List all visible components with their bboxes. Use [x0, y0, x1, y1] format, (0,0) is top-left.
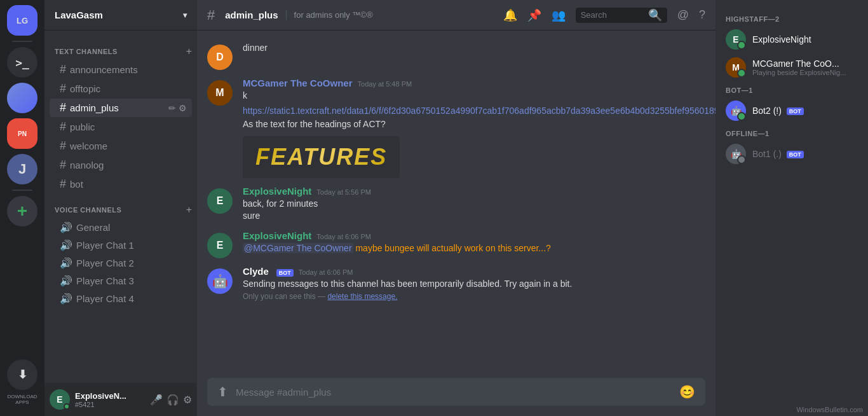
server-icon-lavagasm[interactable]: LG: [7, 5, 37, 36]
message-group-dinner: D dinner: [197, 41, 715, 71]
voice-channel-general[interactable]: 🔊 General: [50, 219, 192, 236]
channel-item-nanolog[interactable]: # nanolog: [50, 156, 192, 174]
message-author: MCGamer The CoOwner: [243, 78, 353, 88]
message-group-explosive-2: E ExplosiveNight Today at 6:06 PM @MCGam…: [197, 229, 715, 260]
server-divider: [12, 41, 32, 42]
member-info: Bot2 (!) BOT: [752, 106, 858, 116]
message-text: dinner: [243, 42, 705, 55]
speaker-icon: 🔊: [60, 293, 72, 305]
server-name-bar[interactable]: LavaGasm ▾: [44, 0, 197, 31]
delete-message-link[interactable]: delete this message.: [327, 292, 397, 301]
chat-header: # admin_plus for admins only ™©® 🔔 📌 👥 🔍…: [197, 0, 715, 31]
avatar-col: 🤖: [207, 268, 233, 301]
edit-icon[interactable]: ✏: [168, 103, 176, 113]
pin-icon[interactable]: 📌: [527, 8, 541, 22]
server-icon-j[interactable]: J: [7, 154, 37, 184]
member-item-explosive[interactable]: E ExplosiveNight: [721, 25, 863, 53]
message-group-mcgamer: M MCGamer The CoOwner Today at 5:48 PM k…: [197, 76, 715, 179]
channel-item-bot[interactable]: # bot: [50, 175, 192, 193]
channel-name-offtopic: offtopic: [70, 83, 100, 94]
message-content: Clyde BOT Today at 6:06 PM Sending messa…: [243, 266, 705, 301]
message-link: https://static1.textcraft.net/data1/6/f/…: [243, 105, 715, 118]
member-avatar-bot1: 🤖: [726, 144, 746, 164]
text-channels-header[interactable]: TEXT CHANNELS +: [44, 36, 197, 60]
features-text: FEATURES: [255, 144, 387, 170]
channel-item-admin-plus[interactable]: # admin_plus ✏ ⚙: [50, 99, 192, 117]
mention: @MCGamer The CoOwner: [243, 243, 353, 253]
server-icon-2[interactable]: PN: [7, 118, 37, 149]
voice-channels-header[interactable]: VOICE CHANNELS +: [44, 194, 197, 218]
member-avatar-explosive: E: [726, 29, 746, 50]
avatar-col: D: [207, 45, 233, 70]
deafen-icon[interactable]: 🎧: [166, 394, 179, 406]
voice-channel-player-chat-3[interactable]: 🔊 Player Chat 3: [50, 272, 192, 289]
messages-area: D dinner M MCGamer The CoOwner Today at …: [197, 31, 715, 373]
channel-name-admin-plus: admin_plus: [70, 102, 119, 113]
speaker-icon: 🔊: [60, 221, 72, 233]
user-settings-icon[interactable]: ⚙: [183, 394, 192, 406]
text-channels-label: TEXT CHANNELS: [55, 48, 118, 55]
voice-channel-name-pc4: Player Chat 4: [76, 293, 134, 304]
help-icon[interactable]: ?: [699, 8, 705, 22]
at-icon[interactable]: @: [677, 8, 689, 22]
voice-channel-name-general: General: [76, 222, 110, 233]
watermark: WindowsBulletin.com: [796, 406, 863, 413]
channel-item-welcome[interactable]: # welcome: [50, 137, 192, 155]
bot-section-header: BOT—1: [721, 81, 863, 97]
bell-icon[interactable]: 🔔: [503, 8, 517, 22]
avatar: D: [207, 45, 233, 70]
image-link[interactable]: https://static1.textcraft.net/data1/6/f/…: [243, 106, 715, 116]
channel-sidebar: LavaGasm ▾ TEXT CHANNELS + # announcemen…: [44, 0, 197, 416]
member-info: Bot1 (.) BOT: [752, 149, 858, 159]
voice-channel-name-pc1: Player Chat 1: [76, 240, 134, 251]
avatar: E: [207, 188, 233, 214]
member-name: Bot2 (!) BOT: [752, 106, 858, 116]
settings-icon[interactable]: ⚙: [179, 103, 187, 113]
download-apps-button[interactable]: ⬇: [7, 359, 37, 390]
voice-channel-player-chat-1[interactable]: 🔊 Player Chat 1: [50, 237, 192, 254]
hash-icon: #: [60, 82, 66, 95]
hash-icon: #: [60, 120, 66, 134]
message-timestamp: Today at 6:06 PM: [316, 233, 371, 240]
channel-hash-icon: #: [207, 7, 215, 24]
member-item-bot2[interactable]: 🤖 Bot2 (!) BOT: [721, 97, 863, 125]
search-input[interactable]: [581, 10, 644, 20]
channel-item-offtopic[interactable]: # offtopic: [50, 80, 192, 98]
message-author: ExplosiveNight: [243, 186, 311, 197]
channel-item-announcements[interactable]: # announcements: [50, 60, 192, 79]
member-name: ExplosiveNight: [752, 34, 858, 45]
message-timestamp: Today at 5:56 PM: [316, 188, 371, 196]
message-author: ExplosiveNight: [243, 230, 311, 241]
channel-name-header: admin_plus: [225, 10, 278, 20]
download-label: DOWNLOAD APPS: [3, 394, 41, 406]
member-item-mcgamer[interactable]: M MCGamer The CoO... Playing beside Expl…: [721, 53, 863, 81]
member-item-bot1[interactable]: 🤖 Bot1 (.) BOT: [721, 140, 863, 168]
members-icon[interactable]: 👥: [552, 8, 566, 22]
emoji-icon[interactable]: 😊: [679, 384, 695, 399]
search-box[interactable]: 🔍: [576, 8, 667, 23]
add-voice-channel-button[interactable]: +: [186, 204, 192, 216]
message-text: back, for 2 minutes: [243, 198, 705, 211]
channel-icons: ✏ ⚙: [168, 103, 187, 113]
status-dot: [64, 403, 70, 410]
highstaff-section-header: HIGHSTAFF—2: [721, 10, 863, 25]
channel-item-public[interactable]: # public: [50, 118, 192, 136]
add-text-channel-button[interactable]: +: [186, 46, 192, 57]
message-input[interactable]: [236, 387, 672, 398]
server-icon-1[interactable]: [7, 83, 37, 113]
upload-icon[interactable]: ⬆: [217, 384, 228, 399]
hash-icon: #: [60, 158, 66, 172]
channel-name-announcements: announcements: [70, 64, 138, 75]
search-icon: 🔍: [648, 8, 662, 22]
hash-icon: #: [60, 101, 66, 114]
message-text: @MCGamer The CoOwner maybe bungee will a…: [243, 242, 705, 255]
avatar: E: [50, 389, 70, 410]
avatar: 🤖: [207, 268, 233, 294]
voice-channel-player-chat-4[interactable]: 🔊 Player Chat 4: [50, 290, 192, 307]
server-icon-terminal[interactable]: >_: [7, 47, 37, 78]
mute-icon[interactable]: 🎤: [150, 394, 163, 406]
voice-channel-player-chat-2[interactable]: 🔊 Player Chat 2: [50, 254, 192, 272]
member-list: HIGHSTAFF—2 E ExplosiveNight M MCGamer T…: [715, 0, 868, 416]
add-server-button[interactable]: +: [7, 196, 37, 226]
message-timestamp: Today at 6:06 PM: [299, 268, 353, 276]
